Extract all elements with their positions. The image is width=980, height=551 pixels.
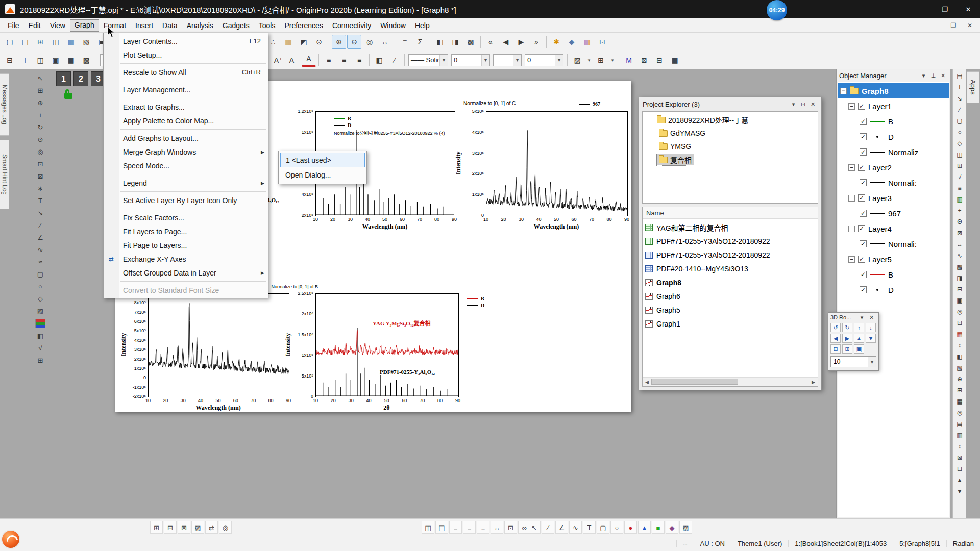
snap-grid-button[interactable]: ⊞ xyxy=(954,385,965,396)
plot-checkbox[interactable]: ✓ xyxy=(860,240,867,247)
draw-ellipse-button[interactable]: ○ xyxy=(610,521,623,534)
text-tool[interactable]: T xyxy=(34,195,46,207)
add-inset-graph-button[interactable]: ▣ xyxy=(48,53,63,67)
minimize-button[interactable]: — xyxy=(910,0,933,18)
tilt-down-button[interactable]: ↓ xyxy=(866,323,876,332)
unmask-range-button[interactable]: ⊟ xyxy=(164,521,177,534)
om-plot-item[interactable]: ✓Normali: xyxy=(838,175,949,190)
close-icon[interactable]: ✕ xyxy=(938,72,948,79)
apps-gallery-button[interactable]: ▦ xyxy=(580,35,594,49)
rotate-clockwise-button[interactable]: ↻ xyxy=(842,323,852,332)
send-back-button[interactable]: ▼ xyxy=(954,486,965,497)
draw-polyline-button[interactable]: ∠ xyxy=(555,521,568,534)
menu-edit[interactable]: Edit xyxy=(24,20,45,31)
zoom-out-button[interactable]: ⊖ xyxy=(347,35,361,49)
screen-reader-tool[interactable]: ◎ xyxy=(34,146,46,158)
script-window-button[interactable]: ≡ xyxy=(398,35,412,49)
change-mask-color-button[interactable]: ⇄ xyxy=(205,521,218,534)
first-window-button[interactable]: « xyxy=(483,35,498,49)
whole-page-button[interactable]: ◎ xyxy=(362,35,377,49)
layerC-plot[interactable] xyxy=(148,293,289,397)
bring-front-button[interactable]: ▲ xyxy=(954,475,965,486)
cascade-windows-button[interactable]: ▩ xyxy=(463,35,478,49)
layer-checkbox[interactable]: ✓ xyxy=(858,256,865,263)
add-graph-object-button[interactable]: ◫ xyxy=(954,149,965,160)
add-inset-with-data-button[interactable]: ▦ xyxy=(64,53,78,67)
arrange-layers-button[interactable]: ▤ xyxy=(435,521,448,534)
menu-graph[interactable]: Graph xyxy=(70,19,99,32)
last-window-button[interactable]: » xyxy=(529,35,544,49)
om-layer-layer3[interactable]: −✓Layer3 xyxy=(838,190,949,206)
scrollbar-thumb[interactable] xyxy=(651,379,738,385)
merge-button[interactable]: M xyxy=(622,53,636,67)
palette-button[interactable]: ▦ xyxy=(668,53,682,67)
menu-item-exchange-xy-axes[interactable]: ⇄Exchange X-Y Axes xyxy=(104,252,268,266)
smart-hint-log-tab[interactable]: Smart Hint Log xyxy=(0,140,9,209)
menu-preferences[interactable]: Preferences xyxy=(280,20,327,31)
hide-masked-points-button[interactable]: ◎ xyxy=(219,521,232,534)
show-grid-button[interactable]: ▦ xyxy=(954,396,965,407)
menu-item-add-graphs-to-layout[interactable]: Add Graphs to Layout... xyxy=(104,131,268,145)
draw-rectangle-button[interactable]: ▢ xyxy=(597,521,609,534)
menu-help[interactable]: Help xyxy=(410,20,434,31)
menu-insert[interactable]: Insert xyxy=(131,20,158,31)
align-right-edges-button[interactable]: ≡ xyxy=(477,521,489,534)
hatch-style-button[interactable]: ▧ xyxy=(954,363,965,373)
fit-view-button[interactable]: ⊡ xyxy=(954,318,965,329)
om-layer-layer4[interactable]: −✓Layer4 xyxy=(838,221,949,236)
draw-data-tool[interactable]: ∗ xyxy=(34,183,46,194)
draw-curve-button[interactable]: ∿ xyxy=(569,521,582,534)
3d-rotation-titlebar[interactable]: 3D Ro... ▾✕ xyxy=(828,313,878,322)
fill-style-button[interactable]: ◧ xyxy=(954,352,965,362)
learning-center-button[interactable]: ✱ xyxy=(549,35,564,49)
menu-item-speed-mode[interactable]: Speed Mode... xyxy=(104,159,268,172)
region-zoom-tool[interactable]: ⊞ xyxy=(34,85,46,96)
layer-button-1[interactable]: 1 xyxy=(56,71,71,86)
line-tool[interactable]: ∕ xyxy=(34,219,46,231)
rotate-left-button[interactable]: ◀ xyxy=(830,334,841,343)
grid-chevron-icon[interactable]: ▾ xyxy=(609,53,616,67)
move-object-button[interactable]: ↔ xyxy=(954,239,965,250)
mask-object-button[interactable]: ⊠ xyxy=(954,228,965,239)
unmask-button[interactable]: ⊟ xyxy=(652,53,667,67)
plot-checkbox[interactable]: ✓ xyxy=(860,148,867,156)
mask-data-points-button[interactable]: ⊠ xyxy=(178,521,190,534)
mask-tool[interactable]: ⊠ xyxy=(34,170,46,182)
close-icon[interactable]: ✕ xyxy=(808,101,818,108)
file-item[interactable]: PDF#71-0255-Y3Al5O12-20180922 xyxy=(643,234,818,248)
zoom-100-button[interactable]: ◎ xyxy=(954,408,965,418)
data-reader-tool[interactable]: ⊙ xyxy=(34,134,46,145)
distribute-horizontally-button[interactable]: ↔ xyxy=(491,521,503,534)
zoom-in-tool[interactable]: ⊕ xyxy=(34,97,46,109)
unlock-object-button[interactable]: ⊟ xyxy=(954,464,965,474)
border-width-combo[interactable]: 0▾ xyxy=(525,54,564,66)
expander-icon[interactable]: − xyxy=(848,256,855,263)
om-plot-item[interactable]: ✓967 xyxy=(838,206,949,221)
name-column-header[interactable]: Name xyxy=(643,207,818,219)
theme-organizer-button[interactable]: ◆ xyxy=(565,35,579,49)
add-circle-button[interactable]: ○ xyxy=(954,127,965,138)
new-project-button[interactable]: ▢ xyxy=(3,35,17,49)
align-centers-button[interactable]: ≡ xyxy=(463,521,476,534)
plot-checkbox[interactable]: ✓ xyxy=(860,133,867,140)
menu-item-fix-scale-factors[interactable]: Fix Scale Factors... xyxy=(104,211,268,224)
green-square-button[interactable]: ■ xyxy=(652,521,665,534)
whole-view-button[interactable]: ◎ xyxy=(954,307,965,317)
file-item[interactable]: YAG和第二相的复合相 xyxy=(643,220,818,234)
fit-page-button[interactable]: ⊡ xyxy=(595,35,609,49)
add-polygon-button[interactable]: ◇ xyxy=(954,138,965,149)
menu-item-merge-graph-windows[interactable]: Merge Graph Windows▶ xyxy=(104,145,268,159)
zoom-object-button[interactable]: ⊕ xyxy=(954,374,965,385)
column-plot-button[interactable]: ▥ xyxy=(281,35,296,49)
plot-checkbox[interactable]: ✓ xyxy=(860,286,867,293)
layerD-plot[interactable] xyxy=(315,293,459,397)
align-center-button[interactable]: ≡ xyxy=(337,53,351,67)
fill-area-tool[interactable]: ◧ xyxy=(34,330,46,342)
layer-button-2[interactable]: 2 xyxy=(74,71,88,86)
expander-icon[interactable]: − xyxy=(848,164,855,171)
chevron-down-icon[interactable]: ▾ xyxy=(919,72,928,79)
object-properties-button[interactable]: ▣ xyxy=(954,295,965,306)
pie-plot-button[interactable]: ⊙ xyxy=(312,35,326,49)
scroll-right-icon[interactable]: ▶ xyxy=(809,380,818,385)
scroll-left-icon[interactable]: ◀ xyxy=(643,380,651,385)
